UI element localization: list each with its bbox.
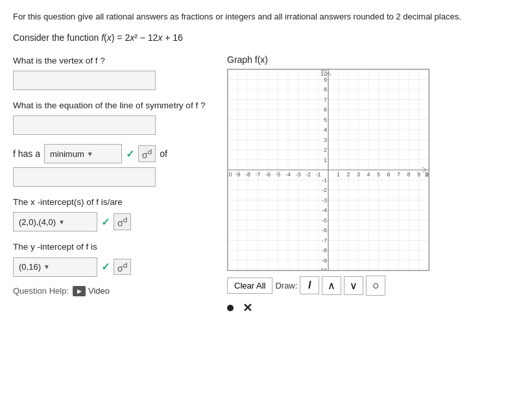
video-link[interactable]: ▶ Video [73,286,110,296]
vertex-answer-input[interactable] [13,71,156,90]
y-intercept-row: The y -intercept of f is (0,16) ▼ ✓ σd [13,241,214,276]
question-help-row: Question Help: ▶ Video [13,286,214,296]
symmetry-question-label: What is the equation of the line of symm… [13,99,214,112]
min-max-value-label: minimum [50,149,84,159]
x-intercept-question-label: The x -intercept(s) of f is/are [13,196,214,209]
graph-title: Graph f(x) [227,54,519,65]
v-tool-button[interactable]: ∨ [344,276,363,295]
line-tool-button[interactable]: / [300,276,319,294]
right-panel: Graph f(x) Clear All Draw: / ∧ ∨ ○ ✕ [227,54,519,315]
y-intercept-check-icon: ✓ [101,261,110,273]
clear-all-button[interactable]: Clear All [227,278,272,294]
vertex-question-row: What is the vertex of f ? [13,54,214,90]
min-max-dropdown[interactable]: minimum ▼ [44,144,122,163]
bottom-icons-area: ✕ [227,301,519,315]
y-intercept-sigma-icon[interactable]: σd [114,259,131,276]
question-help-label: Question Help: [13,286,69,296]
x-intercept-dropdown[interactable]: (2,0),(4,0) ▼ [13,212,97,231]
min-max-inline: f has a minimum ▼ ✓ σd of [13,144,214,163]
video-label: Video [88,286,110,296]
min-max-row: f has a minimum ▼ ✓ σd of [13,144,214,187]
check-icon: ✓ [126,148,134,160]
y-intercept-question-label: The y -intercept of f is [13,241,214,254]
min-max-result-input[interactable] [13,167,156,187]
min-max-prefix-label: f has a [13,148,40,159]
symmetry-question-row: What is the equation of the line of symm… [13,99,214,135]
symmetry-answer-input[interactable] [13,115,156,135]
wave-tool-button[interactable]: ∧ [322,276,341,295]
x-intercept-answer-row: (2,0),(4,0) ▼ ✓ σd [13,212,214,231]
y-intercept-answer-row: (0,16) ▼ ✓ σd [13,257,214,277]
graph-container [227,69,429,271]
function-definition: Consider the function f(x) = 2x² − 12x +… [13,32,519,43]
min-max-suffix-label: of [160,148,167,159]
graph-canvas[interactable] [228,69,429,270]
x-intercept-dropdown-arrow-icon: ▼ [58,219,65,226]
x-intercept-check-icon: ✓ [101,216,110,228]
left-panel: What is the vertex of f ? What is the eq… [13,54,214,315]
x-mark-icon: ✕ [243,301,252,315]
vertex-question-label: What is the vertex of f ? [13,54,214,67]
x-intercept-sigma-icon[interactable]: σd [114,213,131,230]
draw-label: Draw: [275,281,297,290]
x-intercept-value-label: (2,0),(4,0) [19,217,56,227]
dropdown-arrow-icon: ▼ [87,150,93,158]
y-intercept-dropdown[interactable]: (0,16) ▼ [13,257,97,277]
y-intercept-value-label: (0,16) [19,262,41,272]
graph-toolbar: Clear All Draw: / ∧ ∨ ○ [227,276,519,296]
instructions-text: For this question give all rational answ… [13,10,519,23]
bullet-dot-icon [227,305,234,311]
circle-tool-button[interactable]: ○ [366,276,385,296]
sigma-icon[interactable]: σd [138,145,156,162]
x-intercept-row: The x -intercept(s) of f is/are (2,0),(4… [13,196,214,231]
y-intercept-dropdown-arrow-icon: ▼ [43,263,50,270]
video-icon: ▶ [73,286,86,296]
